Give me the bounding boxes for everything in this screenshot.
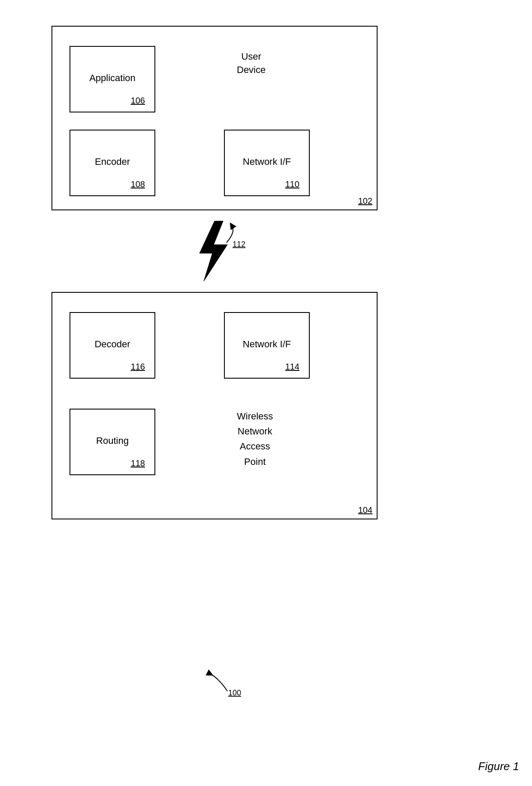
user-device-label: User Device	[237, 50, 266, 77]
encoder-label: Encoder	[95, 156, 130, 167]
ref-110: 110	[285, 179, 299, 189]
ref-116: 116	[131, 362, 145, 372]
network-if-top-box: Network I/F 110	[224, 130, 310, 196]
svg-marker-0	[200, 221, 227, 281]
decoder-label: Decoder	[94, 339, 130, 350]
ref-118: 118	[131, 458, 145, 468]
ref-114: 114	[285, 362, 299, 372]
ref-104: 104	[358, 505, 372, 515]
wireless-network-label: WirelessNetworkAccessPoint	[237, 409, 273, 469]
network-if-top-label: Network I/F	[243, 156, 291, 167]
lightning-icon: 112	[180, 219, 249, 283]
application-box: Application 106	[70, 46, 155, 112]
ref-102: 102	[358, 196, 372, 206]
encoder-box: Encoder 108	[70, 130, 155, 196]
ref-100-label: 100	[228, 689, 241, 697]
network-if-bottom-box: Network I/F 114	[224, 312, 310, 379]
user-device-box: Application 106 Encoder 108 User Device …	[51, 26, 378, 210]
routing-label: Routing	[96, 435, 129, 446]
figure-label: Figure 1	[478, 760, 519, 773]
wireless-access-point-box: Decoder 116 Network I/F 114 Routing 118 …	[51, 292, 378, 519]
application-label: Application	[89, 73, 136, 84]
ref-100-arrow: 100	[197, 665, 249, 700]
network-if-bottom-label: Network I/F	[243, 339, 291, 350]
wireless-signal: 112	[180, 219, 249, 283]
svg-text:112: 112	[233, 240, 245, 249]
decoder-box: Decoder 116	[70, 312, 155, 379]
routing-box: Routing 118	[70, 409, 155, 475]
ref-106: 106	[131, 96, 145, 106]
ref-108: 108	[131, 179, 145, 189]
